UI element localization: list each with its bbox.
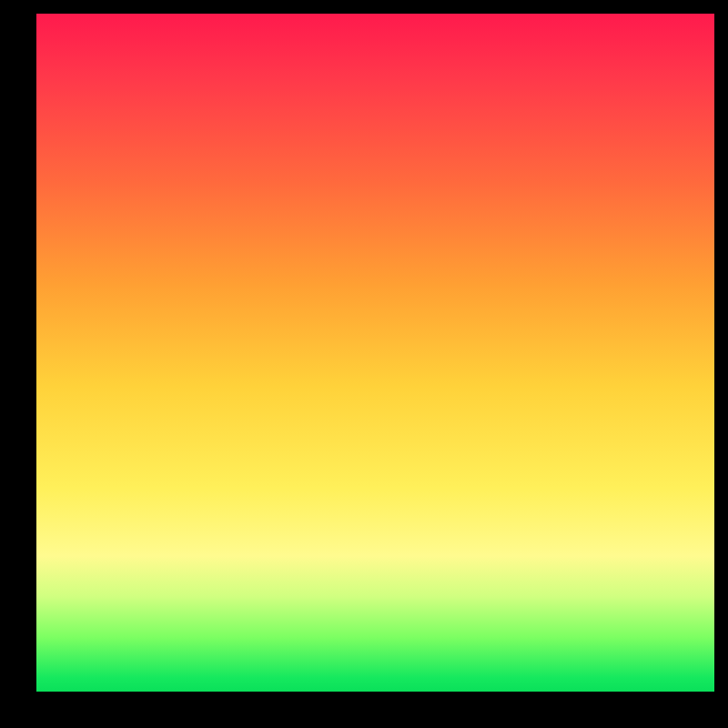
chart-svg bbox=[36, 14, 714, 692]
chart-plot-area bbox=[36, 14, 714, 692]
